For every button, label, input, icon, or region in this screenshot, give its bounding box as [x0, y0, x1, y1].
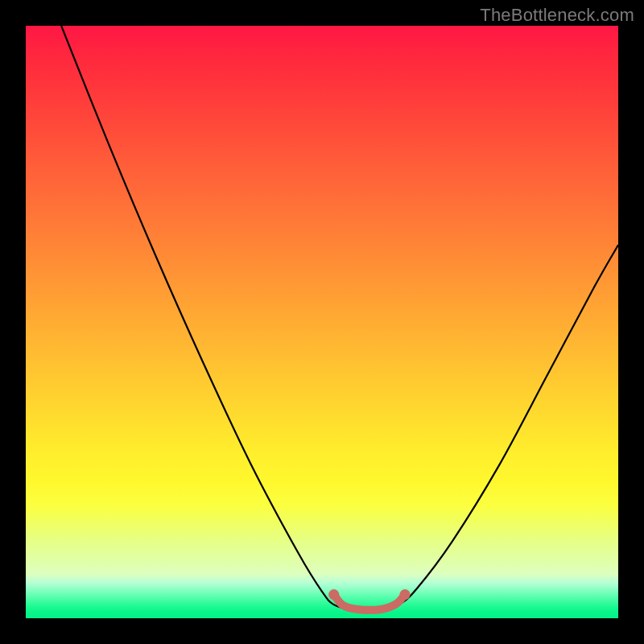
plot-area	[26, 26, 618, 618]
curve-svg	[26, 26, 618, 618]
valley-highlight	[334, 595, 405, 610]
valley-dot-right	[399, 589, 410, 600]
valley-dot-left	[328, 589, 339, 600]
chart-frame: TheBottleneck.com	[0, 0, 644, 644]
bottleneck-curve	[61, 26, 618, 610]
watermark-text: TheBottleneck.com	[480, 5, 634, 26]
